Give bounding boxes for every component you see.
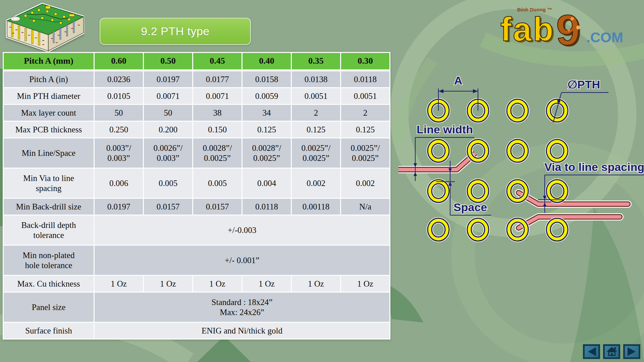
header-col: 0.30 xyxy=(341,53,389,70)
header-col: 0.40 xyxy=(243,53,291,70)
table-row: Min non-plated hole tolerance +/- 0.001” xyxy=(4,246,389,275)
pth-spec-table: Pitch A (mm) 0.60 0.50 0.45 0.40 0.35 0.… xyxy=(3,52,390,340)
slide-title: 9.2 PTH type xyxy=(141,25,209,38)
table-row: Min Back-drill size 0.01970.0157 0.01570… xyxy=(4,199,389,215)
dim-label-pitch: A xyxy=(454,74,463,87)
row-label: Max PCB thickness xyxy=(4,122,94,137)
row-label: Pitch A (in) xyxy=(4,71,94,87)
home-icon xyxy=(606,346,618,357)
pth-pad xyxy=(469,182,487,200)
logo-led-dot xyxy=(576,25,580,29)
fab9-logo: Binh Duong ™ fab fab 9 9 .COM xyxy=(496,5,641,48)
pth-pad xyxy=(509,101,526,120)
logo-led-dot xyxy=(571,17,574,20)
logo-com-text: .COM xyxy=(586,29,623,45)
header-col: 0.45 xyxy=(193,53,241,70)
logo-led-dot xyxy=(568,29,570,32)
nav-home-button[interactable] xyxy=(603,344,620,359)
row-label: Back-drill depth tolerance xyxy=(4,216,94,245)
header-pitch-label: Pitch A (mm) xyxy=(4,53,94,70)
table-row: Max layer count 5050 3834 22 xyxy=(4,105,389,121)
pth-pad xyxy=(548,220,566,239)
row-label: Max. Cu thickness xyxy=(4,276,94,292)
dim-label-line-width: Line width xyxy=(417,123,473,136)
pth-pad xyxy=(509,141,526,160)
pth-pad xyxy=(548,141,566,160)
merged-value: Standard : 18x24” Max: 24x26” xyxy=(95,293,389,322)
table-row: Panel size Standard : 18x24” Max: 24x26” xyxy=(4,293,389,322)
dim-label-pth: ∅PTH xyxy=(568,78,600,91)
dim-label-via-to-line: Via to line spacing xyxy=(544,161,644,173)
pth-pad xyxy=(430,141,447,160)
next-arrow-icon xyxy=(626,347,638,357)
row-label: Surface finish xyxy=(4,323,94,339)
row-label: Panel size xyxy=(4,293,94,322)
logo-fab-text: fab xyxy=(500,10,555,48)
nav-forward-button[interactable] xyxy=(623,344,640,359)
header-col: 0.35 xyxy=(292,53,340,70)
row-label: Min Back-drill size xyxy=(4,199,94,215)
pth-pad xyxy=(430,220,447,239)
merged-value: +/- 0.001” xyxy=(95,246,389,275)
table-row: Min Via to line spacing 0.0060.005 0.005… xyxy=(4,169,389,198)
row-label: Min Via to line spacing xyxy=(4,169,94,198)
dim-label-space: Space xyxy=(453,201,487,214)
header-col: 0.50 xyxy=(144,53,192,70)
header-col: 0.60 xyxy=(95,53,143,70)
pth-pad xyxy=(548,182,566,200)
table-row: Back-drill depth tolerance +/-0.003 xyxy=(4,216,389,245)
pth-pad xyxy=(469,141,487,160)
pth-pad xyxy=(548,101,566,120)
table-row: Min Line/Space 0.003”/ 0.003”0.0026”/ 0.… xyxy=(4,138,389,168)
nav-back-button[interactable] xyxy=(583,344,600,359)
row-label: Min PTH diameter xyxy=(4,88,94,104)
slide-canvas: { "page": { "title_badge": "9.2 PTH type… xyxy=(0,0,644,362)
pth-pad xyxy=(469,220,487,239)
table-row: Max. Cu thickness 1 Oz1 Oz 1 Oz1 Oz 1 Oz… xyxy=(4,276,389,292)
pth-pad-diagram: A ∅PTH Line width Space Via to line spac… xyxy=(396,60,644,248)
table-row: Min PTH diameter 0.01050.0071 0.00710.00… xyxy=(4,88,389,104)
table-row: Surface finish ENIG and Ni/thick gold xyxy=(4,323,389,339)
row-label: Min Line/Space xyxy=(4,138,94,168)
merged-value: +/-0.003 xyxy=(95,216,389,245)
merged-value: ENIG and Ni/thick gold xyxy=(95,323,389,339)
row-label: Max layer count xyxy=(4,105,94,121)
table-row: Max PCB thickness 0.2500.200 0.1500.125 … xyxy=(4,122,389,137)
pth-pad xyxy=(430,182,447,200)
slide-title-badge: 9.2 PTH type xyxy=(100,18,251,45)
row-label: Min non-plated hole tolerance xyxy=(4,246,94,275)
table-row: Pitch A (in) 0.02360.0197 0.01770.0158 0… xyxy=(4,71,389,87)
previous-arrow-icon xyxy=(586,347,597,357)
pcb-cutaway-image xyxy=(2,1,84,52)
table-header-row: Pitch A (mm) 0.60 0.50 0.45 0.40 0.35 0.… xyxy=(4,53,389,70)
